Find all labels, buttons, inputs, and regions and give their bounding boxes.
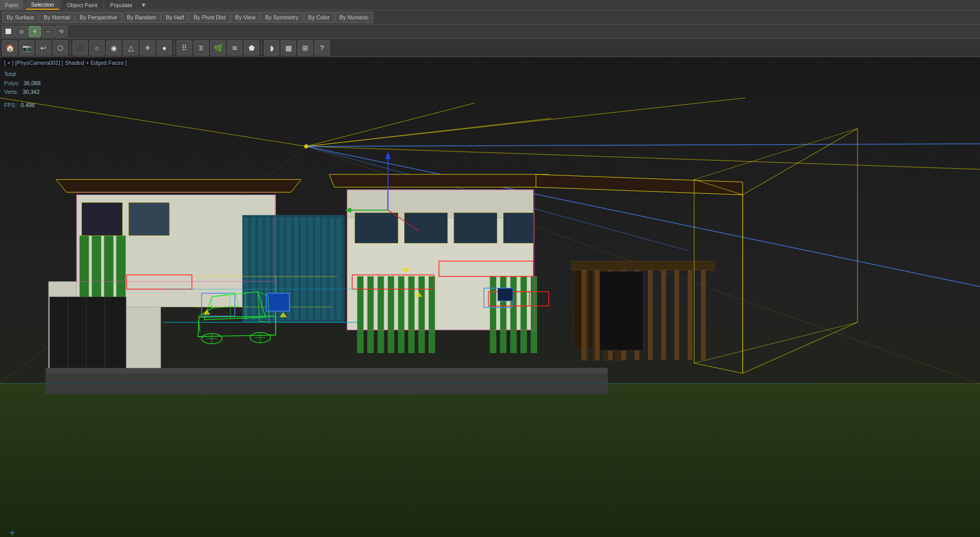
tab-dropdown-arrow[interactable]: ▼ — [137, 2, 150, 9]
svg-rect-47 — [355, 213, 398, 243]
svg-rect-29 — [244, 218, 248, 320]
stats-overlay: Total Polys: 36,068 Verts: 30,342 FPS: 0… — [4, 70, 41, 110]
verts-label: Verts: — [4, 88, 18, 97]
svg-text:+: + — [9, 527, 15, 537]
svg-rect-56 — [408, 276, 414, 353]
svg-rect-1 — [0, 383, 980, 537]
menu-item-selection[interactable]: Selection — [26, 0, 59, 10]
icon-btn-home[interactable]: 🏠 — [2, 40, 17, 56]
svg-rect-18 — [92, 236, 101, 297]
svg-rect-82 — [688, 270, 692, 360]
by-perspective-btn[interactable]: By Perspective — [75, 12, 121, 23]
svg-rect-19 — [104, 236, 113, 297]
by-color-btn[interactable]: By Color — [304, 12, 334, 23]
scene-svg: + — [0, 57, 980, 537]
svg-rect-41 — [330, 218, 334, 320]
svg-rect-37 — [301, 218, 305, 320]
svg-rect-36 — [294, 218, 298, 320]
svg-rect-51 — [357, 276, 363, 353]
svg-rect-53 — [378, 276, 384, 353]
by-half-btn[interactable]: By Half — [161, 12, 188, 23]
svg-rect-52 — [368, 276, 374, 353]
by-symmetry-btn[interactable]: By Symmetry — [260, 12, 303, 23]
top-menu-bar: Form Selection Object Paint Populate ▼ — [0, 0, 980, 10]
menu-separator — [24, 2, 25, 9]
icon-btn-cone[interactable]: △ — [123, 40, 138, 56]
svg-rect-75 — [595, 270, 599, 360]
by-random-btn[interactable]: By Random — [122, 12, 161, 23]
svg-marker-16 — [56, 180, 301, 192]
svg-rect-74 — [582, 270, 586, 360]
icon-btn-sun[interactable]: ☀ — [140, 40, 155, 56]
icon-btn-camera[interactable]: 📷 — [19, 40, 34, 56]
icon-sep-1 — [70, 41, 70, 55]
icon-toolbar: 🏠 📷 ↩ ⬡ ⬛ ○ ◉ △ ☀ ● ⠿ ⧖ 🌿 ≋ ⬟ ◗ ▦ ⊞ ? — [0, 39, 980, 57]
svg-rect-90 — [46, 368, 607, 373]
svg-rect-99 — [498, 288, 513, 301]
viewport-label: [ + ] [PhysCamera001] [ Shaded + Edged F… — [2, 59, 129, 66]
mini-toolbar: ⬜ ◎ ✛ ↔ ⟲ — [0, 24, 980, 39]
svg-rect-39 — [315, 218, 320, 320]
menu-separator-3 — [104, 2, 104, 9]
svg-rect-38 — [308, 218, 312, 320]
icon-btn-grid[interactable]: ▦ — [281, 40, 296, 56]
svg-rect-49 — [454, 213, 497, 243]
svg-rect-30 — [251, 218, 255, 320]
icon-btn-cube[interactable]: ⬛ — [72, 40, 88, 56]
svg-rect-62 — [521, 276, 527, 353]
total-label: Total — [4, 70, 16, 79]
icon-btn-sph2[interactable]: ◗ — [264, 40, 279, 56]
svg-rect-83 — [701, 270, 705, 360]
menu-item-populate[interactable]: Populate — [105, 0, 137, 10]
icon-btn-cylinder[interactable]: ◉ — [106, 40, 121, 56]
sub-toolbar: By Surface By Normal By Perspective By R… — [0, 10, 980, 24]
by-numeric-btn[interactable]: By Numeric — [335, 12, 373, 23]
svg-rect-57 — [419, 276, 425, 353]
icon-btn-mirror[interactable]: ⬟ — [244, 40, 259, 56]
icon-btn-terrain[interactable]: ⠿ — [177, 40, 192, 56]
svg-rect-50 — [503, 213, 534, 243]
by-pivot-dist-btn[interactable]: By Pivot Dist — [189, 12, 230, 23]
svg-rect-81 — [675, 270, 679, 360]
icon-btn-wave[interactable]: ≋ — [227, 40, 242, 56]
svg-rect-79 — [648, 270, 652, 360]
icon-sep-3 — [261, 41, 262, 55]
fps-value: 0.498 — [20, 101, 35, 110]
polys-label: Polys: — [4, 79, 19, 88]
svg-rect-23 — [50, 297, 126, 376]
polys-value: 36,068 — [23, 79, 41, 88]
menu-separator-2 — [60, 2, 61, 9]
svg-point-13 — [304, 144, 308, 148]
icon-btn-rotate[interactable]: ↩ — [36, 40, 51, 56]
svg-rect-48 — [404, 213, 448, 243]
icon-btn-shapes[interactable]: ⬡ — [53, 40, 68, 56]
svg-rect-20 — [116, 236, 126, 297]
svg-rect-80 — [662, 270, 666, 360]
icon-btn-grass[interactable]: ⧖ — [193, 40, 209, 56]
icon-btn-plant[interactable]: 🌿 — [210, 40, 226, 56]
by-view-btn[interactable]: By View — [231, 12, 260, 23]
svg-marker-45 — [329, 174, 549, 187]
by-surface-btn[interactable]: By Surface — [2, 12, 39, 23]
icon-btn-sphere[interactable]: ○ — [89, 40, 105, 56]
toolbar-btn-3[interactable]: ✛ — [29, 26, 41, 37]
icon-btn-dot[interactable]: ● — [157, 40, 172, 56]
by-normal-btn[interactable]: By Normal — [39, 12, 75, 23]
toolbar-btn-2[interactable]: ◎ — [15, 26, 28, 37]
menu-item-object-paint[interactable]: Object Paint — [62, 0, 103, 10]
svg-rect-97 — [266, 293, 289, 311]
svg-rect-28 — [242, 215, 345, 322]
toolbar-btn-4[interactable]: ↔ — [42, 26, 54, 37]
icon-btn-grid2[interactable]: ⊞ — [298, 40, 313, 56]
viewport[interactable]: + [ + ] [PhysCamera001] [ Shaded + Edged… — [0, 57, 980, 537]
icon-btn-help[interactable]: ? — [314, 40, 330, 56]
toolbar-btn-1[interactable]: ⬜ — [2, 26, 14, 37]
fps-label: FPS: — [4, 101, 16, 110]
svg-rect-17 — [80, 236, 89, 297]
svg-rect-73 — [572, 261, 715, 270]
svg-rect-40 — [323, 218, 327, 320]
svg-rect-63 — [531, 276, 537, 353]
toolbar-btn-5[interactable]: ⟲ — [55, 26, 67, 37]
menu-item-form[interactable]: Form — [0, 0, 23, 10]
svg-rect-42 — [337, 218, 341, 320]
